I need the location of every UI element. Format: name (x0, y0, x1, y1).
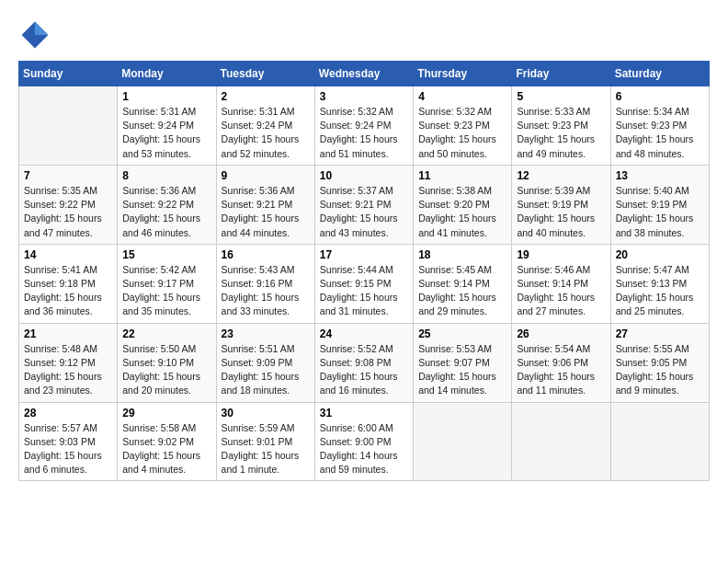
day-number: 13 (616, 169, 704, 182)
day-cell (19, 86, 118, 166)
day-cell: 12Sunrise: 5:39 AM Sunset: 9:19 PM Dayli… (512, 165, 610, 244)
day-cell: 2Sunrise: 5:31 AM Sunset: 9:24 PM Daylig… (216, 86, 314, 166)
day-number: 14 (24, 248, 112, 261)
week-row-5: 28Sunrise: 5:57 AM Sunset: 9:03 PM Dayli… (19, 402, 710, 481)
day-number: 20 (616, 248, 704, 261)
column-header-tuesday: Tuesday (216, 62, 314, 86)
day-info: Sunrise: 5:47 AM Sunset: 9:13 PM Dayligh… (616, 263, 704, 319)
column-header-monday: Monday (118, 62, 216, 86)
day-info: Sunrise: 5:43 AM Sunset: 9:16 PM Dayligh… (222, 263, 310, 319)
day-info: Sunrise: 5:53 AM Sunset: 9:07 PM Dayligh… (418, 342, 506, 398)
day-number: 2 (222, 90, 310, 103)
day-cell: 22Sunrise: 5:50 AM Sunset: 9:10 PM Dayli… (118, 323, 216, 402)
day-info: Sunrise: 5:51 AM Sunset: 9:09 PM Dayligh… (222, 342, 310, 398)
day-number: 29 (122, 407, 210, 419)
week-row-4: 21Sunrise: 5:48 AM Sunset: 9:12 PM Dayli… (19, 323, 710, 402)
calendar-header-row: SundayMondayTuesdayWednesdayThursdayFrid… (19, 62, 710, 86)
day-info: Sunrise: 6:00 AM Sunset: 9:00 PM Dayligh… (320, 421, 408, 477)
day-cell: 26Sunrise: 5:54 AM Sunset: 9:06 PM Dayli… (512, 323, 610, 402)
day-number: 17 (320, 248, 408, 261)
day-cell: 3Sunrise: 5:32 AM Sunset: 9:24 PM Daylig… (314, 86, 413, 166)
day-cell: 17Sunrise: 5:44 AM Sunset: 9:15 PM Dayli… (314, 244, 413, 323)
day-cell: 19Sunrise: 5:46 AM Sunset: 9:14 PM Dayli… (512, 244, 610, 323)
day-cell: 10Sunrise: 5:37 AM Sunset: 9:21 PM Dayli… (314, 165, 413, 244)
day-cell: 9Sunrise: 5:36 AM Sunset: 9:21 PM Daylig… (216, 165, 314, 244)
column-header-sunday: Sunday (19, 62, 118, 86)
day-number: 19 (517, 248, 605, 261)
day-cell: 7Sunrise: 5:35 AM Sunset: 9:22 PM Daylig… (19, 165, 118, 244)
column-header-friday: Friday (512, 62, 610, 86)
day-number: 11 (418, 169, 506, 182)
day-number: 9 (222, 169, 310, 182)
day-cell: 6Sunrise: 5:34 AM Sunset: 9:23 PM Daylig… (610, 86, 709, 166)
day-cell: 23Sunrise: 5:51 AM Sunset: 9:09 PM Dayli… (216, 323, 314, 402)
day-number: 6 (616, 90, 704, 103)
day-cell: 20Sunrise: 5:47 AM Sunset: 9:13 PM Dayli… (610, 244, 709, 323)
day-cell: 5Sunrise: 5:33 AM Sunset: 9:23 PM Daylig… (512, 86, 610, 166)
day-cell (610, 402, 709, 481)
day-number: 15 (122, 248, 210, 261)
logo-icon (18, 18, 51, 52)
day-info: Sunrise: 5:39 AM Sunset: 9:19 PM Dayligh… (517, 184, 605, 240)
day-cell: 21Sunrise: 5:48 AM Sunset: 9:12 PM Dayli… (19, 323, 118, 402)
day-info: Sunrise: 5:32 AM Sunset: 9:23 PM Dayligh… (418, 105, 506, 161)
day-number: 27 (616, 327, 704, 340)
day-number: 10 (320, 169, 408, 182)
day-cell: 11Sunrise: 5:38 AM Sunset: 9:20 PM Dayli… (414, 165, 512, 244)
day-number: 21 (24, 327, 112, 340)
day-cell: 8Sunrise: 5:36 AM Sunset: 9:22 PM Daylig… (118, 165, 216, 244)
day-cell: 30Sunrise: 5:59 AM Sunset: 9:01 PM Dayli… (216, 402, 314, 481)
day-info: Sunrise: 5:41 AM Sunset: 9:18 PM Dayligh… (24, 263, 112, 319)
day-info: Sunrise: 5:34 AM Sunset: 9:23 PM Dayligh… (616, 105, 704, 161)
day-cell: 27Sunrise: 5:55 AM Sunset: 9:05 PM Dayli… (610, 323, 709, 402)
page-header (18, 18, 710, 52)
day-cell: 15Sunrise: 5:42 AM Sunset: 9:17 PM Dayli… (118, 244, 216, 323)
day-number: 8 (122, 169, 210, 182)
day-info: Sunrise: 5:35 AM Sunset: 9:22 PM Dayligh… (24, 184, 112, 240)
day-info: Sunrise: 5:58 AM Sunset: 9:02 PM Dayligh… (122, 421, 210, 477)
day-cell: 4Sunrise: 5:32 AM Sunset: 9:23 PM Daylig… (414, 86, 512, 166)
calendar-table: SundayMondayTuesdayWednesdayThursdayFrid… (18, 61, 710, 481)
day-info: Sunrise: 5:59 AM Sunset: 9:01 PM Dayligh… (222, 421, 310, 477)
day-cell: 18Sunrise: 5:45 AM Sunset: 9:14 PM Dayli… (414, 244, 512, 323)
day-cell: 1Sunrise: 5:31 AM Sunset: 9:24 PM Daylig… (118, 86, 216, 166)
day-number: 25 (418, 327, 506, 340)
day-number: 24 (320, 327, 408, 340)
day-cell: 14Sunrise: 5:41 AM Sunset: 9:18 PM Dayli… (19, 244, 118, 323)
week-row-1: 1Sunrise: 5:31 AM Sunset: 9:24 PM Daylig… (19, 86, 710, 166)
day-info: Sunrise: 5:48 AM Sunset: 9:12 PM Dayligh… (24, 342, 112, 398)
day-number: 30 (222, 407, 310, 419)
day-number: 16 (222, 248, 310, 261)
logo (18, 18, 55, 52)
svg-marker-1 (35, 22, 48, 35)
day-info: Sunrise: 5:37 AM Sunset: 9:21 PM Dayligh… (320, 184, 408, 240)
column-header-wednesday: Wednesday (314, 62, 413, 86)
day-info: Sunrise: 5:55 AM Sunset: 9:05 PM Dayligh… (616, 342, 704, 398)
day-number: 22 (122, 327, 210, 340)
day-info: Sunrise: 5:45 AM Sunset: 9:14 PM Dayligh… (418, 263, 506, 319)
day-info: Sunrise: 5:32 AM Sunset: 9:24 PM Dayligh… (320, 105, 408, 161)
day-info: Sunrise: 5:57 AM Sunset: 9:03 PM Dayligh… (24, 421, 112, 477)
week-row-3: 14Sunrise: 5:41 AM Sunset: 9:18 PM Dayli… (19, 244, 710, 323)
day-number: 12 (517, 169, 605, 182)
day-number: 7 (24, 169, 112, 182)
column-header-thursday: Thursday (414, 62, 512, 86)
day-number: 18 (418, 248, 506, 261)
day-cell: 28Sunrise: 5:57 AM Sunset: 9:03 PM Dayli… (19, 402, 118, 481)
day-info: Sunrise: 5:46 AM Sunset: 9:14 PM Dayligh… (517, 263, 605, 319)
day-cell (414, 402, 512, 481)
day-number: 4 (418, 90, 506, 103)
day-info: Sunrise: 5:38 AM Sunset: 9:20 PM Dayligh… (418, 184, 506, 240)
day-info: Sunrise: 5:54 AM Sunset: 9:06 PM Dayligh… (517, 342, 605, 398)
day-info: Sunrise: 5:40 AM Sunset: 9:19 PM Dayligh… (616, 184, 704, 240)
day-info: Sunrise: 5:36 AM Sunset: 9:22 PM Dayligh… (122, 184, 210, 240)
day-cell: 16Sunrise: 5:43 AM Sunset: 9:16 PM Dayli… (216, 244, 314, 323)
day-cell (512, 402, 610, 481)
day-number: 31 (320, 407, 408, 419)
day-info: Sunrise: 5:31 AM Sunset: 9:24 PM Dayligh… (222, 105, 310, 161)
week-row-2: 7Sunrise: 5:35 AM Sunset: 9:22 PM Daylig… (19, 165, 710, 244)
day-cell: 24Sunrise: 5:52 AM Sunset: 9:08 PM Dayli… (314, 323, 413, 402)
day-info: Sunrise: 5:36 AM Sunset: 9:21 PM Dayligh… (222, 184, 310, 240)
day-number: 1 (122, 90, 210, 103)
day-info: Sunrise: 5:33 AM Sunset: 9:23 PM Dayligh… (517, 105, 605, 161)
